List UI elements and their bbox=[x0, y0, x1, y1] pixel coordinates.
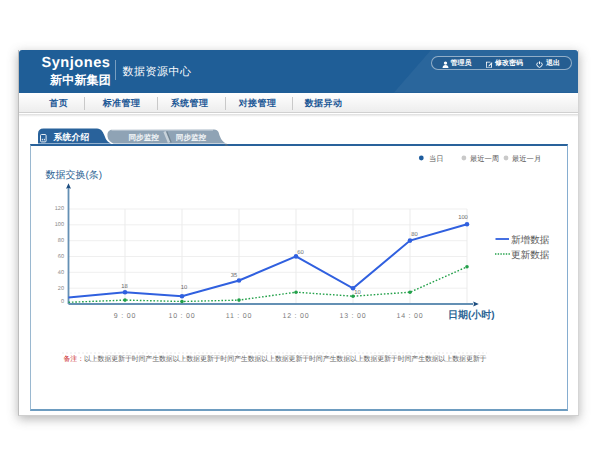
svg-text:最近一周: 最近一周 bbox=[470, 154, 499, 163]
svg-text:100: 100 bbox=[55, 222, 64, 228]
svg-text:新增数据: 新增数据 bbox=[511, 234, 550, 246]
svg-text:40: 40 bbox=[58, 270, 64, 276]
svg-text:12 : 00: 12 : 00 bbox=[282, 313, 309, 320]
svg-text:18: 18 bbox=[121, 283, 127, 290]
svg-text:100: 100 bbox=[458, 214, 468, 221]
svg-text:13 : 00: 13 : 00 bbox=[339, 313, 366, 320]
svg-text:9 : 00: 9 : 00 bbox=[114, 313, 136, 320]
svg-text:数据交换(条): 数据交换(条) bbox=[46, 169, 103, 181]
svg-text:10: 10 bbox=[354, 289, 360, 296]
svg-text:120: 120 bbox=[55, 206, 64, 212]
svg-text:14 : 00: 14 : 00 bbox=[396, 313, 423, 320]
svg-text:11 : 00: 11 : 00 bbox=[226, 313, 253, 320]
svg-text:0: 0 bbox=[61, 299, 64, 305]
svg-text:最近一月: 最近一月 bbox=[512, 154, 541, 163]
svg-text:10 : 00: 10 : 00 bbox=[168, 313, 195, 320]
svg-text:60: 60 bbox=[297, 249, 303, 256]
svg-text:80: 80 bbox=[58, 238, 64, 244]
svg-text:60: 60 bbox=[58, 254, 64, 260]
svg-text:同步监控: 同步监控 bbox=[176, 133, 207, 142]
svg-text:20: 20 bbox=[58, 286, 64, 292]
svg-text:35: 35 bbox=[231, 272, 237, 279]
svg-text:同步监控: 同步监控 bbox=[129, 133, 160, 142]
svg-text:日期(小时): 日期(小时) bbox=[448, 309, 495, 321]
svg-text:系统介绍: 系统介绍 bbox=[53, 132, 90, 142]
svg-text:更新数据: 更新数据 bbox=[511, 249, 550, 261]
svg-text:当日: 当日 bbox=[429, 154, 444, 163]
svg-text:80: 80 bbox=[411, 231, 417, 238]
svg-text:10: 10 bbox=[181, 284, 187, 291]
